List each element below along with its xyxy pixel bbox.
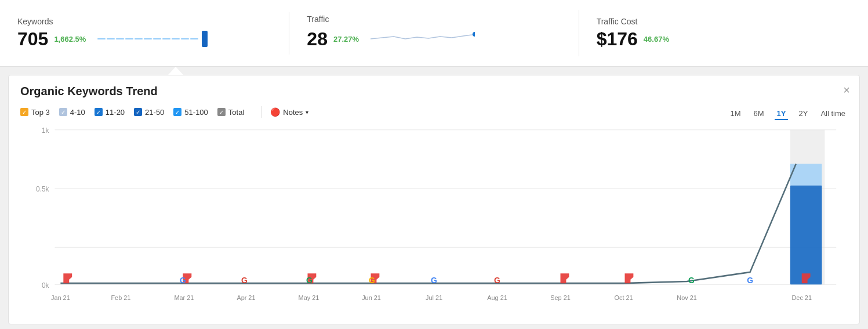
svg-text:Jul 21: Jul 21 [426,294,442,301]
time-2y[interactable]: 2Y [796,108,810,120]
g-icon-dec: G [747,276,753,285]
time-6m[interactable]: 6M [751,108,767,120]
traffic-cost-label: Traffic Cost [597,17,851,26]
legend-total[interactable]: ✓ Total [217,108,244,117]
traffic-cost-metric: Traffic Cost $176 46.67% [579,12,868,55]
time-range: 1M 6M 1Y 2Y All time [728,108,848,120]
checkbox-total[interactable]: ✓ [217,108,226,116]
traffic-cost-pct: 46.67% [644,35,669,44]
legend-4-10[interactable]: ✓ 4-10 [59,108,85,117]
svg-text:Jun 21: Jun 21 [362,294,381,301]
legend-divider [262,106,262,118]
chart-title: Organic Keywords Trend [20,85,848,98]
svg-marker-11 [63,273,72,283]
time-alltime[interactable]: All time [818,108,848,120]
keywords-metric: Keywords 705 1,662.5% [0,12,289,55]
svg-point-0 [473,32,475,37]
svg-text:Aug 21: Aug 21 [487,294,507,301]
svg-text:Jan 21: Jan 21 [51,294,70,301]
svg-text:Oct 21: Oct 21 [614,294,633,301]
keywords-pct: 1,662.5% [54,35,86,44]
checkbox-21-50[interactable]: ✓ [134,108,142,116]
svg-text:Apr 21: Apr 21 [237,294,255,301]
keywords-value: 705 [17,28,48,50]
keywords-label: Keywords [17,17,271,26]
time-1m[interactable]: 1M [728,108,743,120]
traffic-sparkline [371,26,475,52]
notes-icon: 🔴 [270,107,280,117]
svg-text:Dec 21: Dec 21 [791,294,812,301]
g-icon-jun: G [369,276,375,285]
traffic-value: 28 [307,28,328,50]
legend-21-50[interactable]: ✓ 21-50 [134,108,164,117]
svg-marker-16 [625,273,634,283]
svg-text:May 21: May 21 [299,294,319,301]
legend-row: ✓ Top 3 ✓ 4-10 ✓ 11-20 ✓ 21-50 ✓ 51-100 … [20,106,848,118]
g-icon-jul: G [431,276,437,285]
legend-51-100-label: 51-100 [184,108,208,117]
g-icon-may: G [306,276,313,285]
notes-chevron-icon: ▾ [306,109,308,115]
svg-text:Sep 21: Sep 21 [550,294,571,301]
metrics-bar: Keywords 705 1,662.5% Traffic 28 27.27% [0,0,868,67]
chart-area: 1k 0.5k 0k [20,124,848,309]
close-button[interactable]: × [843,84,850,97]
legend-total-label: Total [228,108,244,117]
g-icon-nov: G [688,276,695,285]
svg-text:Mar 21: Mar 21 [174,294,194,301]
checkbox-top3[interactable]: ✓ [20,108,28,116]
svg-text:Nov 21: Nov 21 [677,294,697,301]
legend-11-20[interactable]: ✓ 11-20 [95,108,125,117]
svg-text:1k: 1k [42,126,49,135]
time-1y[interactable]: 1Y [775,108,789,120]
svg-text:Feb 21: Feb 21 [111,294,130,301]
legend-51-100[interactable]: ✓ 51-100 [173,108,208,117]
svg-text:0k: 0k [42,281,49,290]
keywords-sparkline [97,31,208,47]
svg-marker-15 [561,273,569,283]
g-icon-feb: G [180,276,186,285]
traffic-metric: Traffic 28 27.27% [289,10,579,56]
notes-button[interactable]: 🔴 Notes ▾ [270,107,308,117]
g-icon-aug: G [494,276,500,285]
svg-rect-10 [790,186,822,285]
checkbox-11-20[interactable]: ✓ [95,108,103,116]
legend-top3-label: Top 3 [31,108,50,117]
checkbox-4-10[interactable]: ✓ [59,108,67,116]
checkbox-51-100[interactable]: ✓ [173,108,181,116]
notes-label: Notes [283,108,303,117]
traffic-label: Traffic [307,15,561,24]
legend-4-10-label: 4-10 [70,108,85,117]
chart-svg: 1k 0.5k 0k [20,124,848,309]
legend-11-20-label: 11-20 [106,108,125,117]
legend-21-50-label: 21-50 [145,108,164,117]
legend-top3[interactable]: ✓ Top 3 [20,108,50,117]
traffic-pct: 27.27% [333,35,359,44]
svg-text:0.5k: 0.5k [36,185,49,194]
g-icon-mar: G [241,276,248,285]
chart-panel: Organic Keywords Trend × ✓ Top 3 ✓ 4-10 … [8,75,860,324]
traffic-cost-value: $176 [597,28,638,50]
